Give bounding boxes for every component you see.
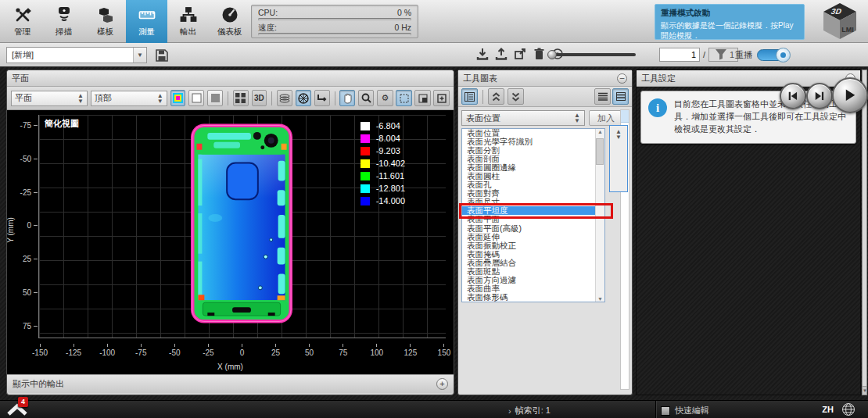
download-record-button[interactable] bbox=[475, 47, 490, 61]
export-record-button[interactable] bbox=[513, 47, 527, 61]
x-axis-ticks: -150-125-100-75-50-250255075100125150 bbox=[29, 344, 454, 357]
tool-dropdown-option[interactable]: 表面剖面 bbox=[462, 155, 604, 163]
frame-index-status[interactable]: › 幀索引: 1 bbox=[508, 405, 551, 416]
orientation-select[interactable]: 頂部 ▲▼ bbox=[91, 91, 167, 106]
quad-view-button[interactable] bbox=[233, 90, 249, 106]
tool-dropdown-option[interactable]: 表面條形碼 bbox=[462, 293, 604, 302]
tool-card-spinner[interactable]: ▲ ▼ bbox=[609, 125, 628, 192]
add-output-button[interactable]: + bbox=[436, 378, 448, 390]
replay-toggle[interactable] bbox=[757, 49, 790, 61]
nav-model[interactable]: 樣板 bbox=[84, 0, 126, 43]
save-job-button[interactable] bbox=[153, 47, 170, 63]
add-tool-button[interactable]: 加入 bbox=[589, 110, 623, 126]
tool-dropdown-option[interactable]: 表面平坦度 bbox=[462, 206, 604, 215]
pan-tool-button[interactable] bbox=[339, 90, 355, 106]
dropdown-scroll-thumb[interactable] bbox=[596, 138, 604, 165]
legend-value: -10.402 bbox=[376, 159, 405, 168]
tool-dropdown-option[interactable]: 表面方向過濾 bbox=[462, 276, 604, 284]
skip-back-button[interactable] bbox=[780, 83, 806, 109]
intensity-view-button[interactable] bbox=[188, 90, 204, 106]
profile-section-button[interactable] bbox=[314, 90, 330, 106]
legend-swatch bbox=[360, 172, 370, 180]
y-tick: -25 bbox=[7, 188, 38, 197]
tool-dropdown-option[interactable]: 表面平面 bbox=[462, 215, 604, 223]
magnifier-icon bbox=[361, 93, 371, 103]
frame-current-input[interactable] bbox=[659, 48, 700, 62]
compact-list-button[interactable] bbox=[594, 88, 611, 105]
view-type-select[interactable]: 平面 ▲▼ bbox=[11, 91, 88, 106]
updown-arrows-icon: ▲▼ bbox=[574, 113, 580, 123]
toolbar-separator bbox=[271, 91, 272, 105]
frame-scrubber[interactable] bbox=[551, 53, 636, 56]
collapse-all-button[interactable] bbox=[508, 88, 524, 105]
scroll-down-arrow[interactable]: ▼ bbox=[863, 386, 866, 395]
fit-view-button[interactable] bbox=[396, 90, 412, 106]
footer-bar: 4 › 幀索引: 1 快速編輯 ZH bbox=[0, 400, 868, 418]
snapshot-button[interactable] bbox=[414, 90, 431, 106]
heatmap-view-button[interactable] bbox=[170, 90, 186, 106]
tool-dropdown-option[interactable]: 表面分割 bbox=[462, 146, 604, 155]
skip-forward-button[interactable] bbox=[806, 83, 833, 109]
zoom-tool-button[interactable] bbox=[358, 90, 374, 106]
tool-dropdown-option[interactable]: 表面疊層結合 bbox=[462, 259, 604, 267]
play-button[interactable] bbox=[832, 77, 868, 113]
quick-edit-group[interactable]: 快速編輯 bbox=[661, 405, 709, 416]
x-tick: 25 bbox=[265, 344, 287, 357]
main-area: 平面 平面 ▲▼ 頂部 ▲▼ bbox=[0, 67, 868, 400]
filter-button[interactable] bbox=[715, 48, 727, 62]
expand-view-button[interactable] bbox=[433, 90, 450, 106]
display-settings-button[interactable]: ⚙ bbox=[377, 90, 393, 106]
tool-list-mode-button[interactable] bbox=[461, 88, 478, 105]
tool-dropdown-option[interactable]: 表面尺寸 bbox=[462, 198, 604, 206]
tool-dropdown-option[interactable]: 表面圓圈邊緣 bbox=[462, 163, 604, 172]
tool-dropdown-option[interactable]: 表面平面(高級) bbox=[462, 224, 604, 233]
chevrons-expand-icon bbox=[492, 92, 500, 102]
replay-toggle-knob[interactable] bbox=[776, 48, 791, 63]
cpu-label: CPU: bbox=[258, 8, 278, 18]
nav-measure[interactable]: 測量 bbox=[126, 0, 167, 43]
3d-view-button[interactable]: 3D bbox=[252, 90, 267, 106]
mesh-view-button[interactable] bbox=[277, 90, 292, 106]
quick-edit-checkbox[interactable] bbox=[661, 406, 670, 416]
replay-mode-notice: 重播模式啟動 顯示的數據是從一個記錄模擬．按Play開始模擬． bbox=[655, 4, 805, 40]
tool-dropdown-option[interactable]: 表面孔 bbox=[462, 180, 604, 189]
heatmap-viewport[interactable]: 簡化視圖 Y (mm) -75-50-250255075 bbox=[7, 110, 454, 374]
legend-row: -10.402 bbox=[360, 159, 405, 168]
y-tick: -50 bbox=[7, 155, 38, 163]
upload-record-button[interactable] bbox=[494, 47, 508, 61]
detailed-list-button[interactable] bbox=[612, 88, 629, 105]
legend-swatch bbox=[360, 184, 370, 193]
tool-type-combobox[interactable]: 表面位置 ▲▼ bbox=[461, 110, 585, 126]
nav-scan[interactable]: 掃描 bbox=[43, 0, 84, 43]
snapshot-icon bbox=[418, 94, 428, 103]
top-toolbar: 管理 掃描 樣板 測量 輸出 儀表板 bbox=[0, 0, 868, 43]
tool-dropdown-option[interactable]: 表面振動校正 bbox=[462, 241, 604, 250]
scroll-down-icon: ▼ bbox=[597, 296, 603, 302]
tool-dropdown-option[interactable]: 表面曲率 bbox=[462, 284, 604, 293]
tool-dropdown-option[interactable]: 表面位置 bbox=[462, 129, 604, 138]
collapse-tools-panel-button[interactable]: – bbox=[617, 73, 627, 84]
tool-dropdown-option[interactable]: 表面延伸 bbox=[462, 233, 604, 241]
play-icon bbox=[842, 88, 857, 102]
tool-dropdown-option[interactable]: 表面圓柱 bbox=[462, 172, 604, 180]
expand-all-button[interactable] bbox=[488, 88, 504, 105]
window-scrollbar[interactable]: ▼ bbox=[862, 70, 867, 395]
scrubber-handle[interactable] bbox=[547, 50, 557, 59]
x-tick: 150 bbox=[433, 344, 454, 357]
gray-view-button[interactable] bbox=[207, 90, 223, 106]
tool-dropdown-option[interactable]: 表面對齊 bbox=[462, 189, 604, 198]
globe-icon[interactable] bbox=[841, 402, 855, 416]
tool-dropdown-option[interactable]: 表面光學字符識別 bbox=[462, 138, 604, 146]
tool-dropdown-option[interactable]: 表面斑點 bbox=[462, 267, 604, 276]
nav-dashboard[interactable]: 儀表板 bbox=[209, 0, 250, 43]
surface-panel-title: 平面 bbox=[12, 73, 29, 84]
cpu-value: 0 % bbox=[397, 8, 411, 18]
color-wheel-button[interactable] bbox=[296, 90, 311, 106]
delete-record-button[interactable] bbox=[532, 47, 546, 61]
white-square-icon bbox=[192, 93, 202, 103]
nav-manage[interactable]: 管理 bbox=[2, 0, 43, 43]
job-select[interactable]: [新增] ▼ bbox=[6, 47, 147, 63]
nav-output[interactable]: 輸出 bbox=[167, 0, 209, 43]
tool-dropdown-option[interactable]: 表面掩碼 bbox=[462, 250, 604, 259]
language-indicator[interactable]: ZH bbox=[822, 405, 834, 414]
